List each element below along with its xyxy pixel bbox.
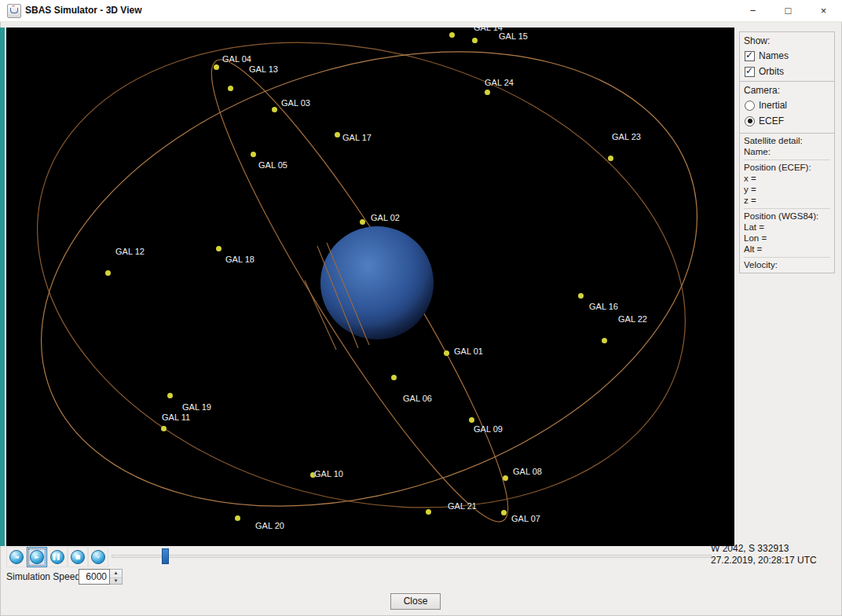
- detail-field-label: Lon =: [744, 233, 830, 244]
- satellite-dot[interactable]: [235, 515, 240, 521]
- checkbox-orbits[interactable]: Orbits: [745, 66, 830, 77]
- satellite-label: GAL 01: [454, 346, 483, 356]
- satellite-dot[interactable]: [503, 475, 508, 481]
- satellite-dot[interactable]: [360, 219, 365, 225]
- checkbox-icon[interactable]: [745, 51, 755, 61]
- detail-field-label: x =: [744, 173, 830, 184]
- canvas-accent-strip: [0, 28, 5, 546]
- close-window-button[interactable]: ×: [806, 0, 841, 21]
- play-button[interactable]: ►: [27, 547, 47, 567]
- satellite-label: GAL 10: [314, 469, 343, 478]
- spinner-buttons: ▲ ▼: [110, 569, 123, 585]
- radio-label: ECEF: [759, 116, 784, 126]
- time-slider-track[interactable]: [112, 555, 712, 558]
- time-slider-handle[interactable]: [162, 548, 169, 564]
- stop-button[interactable]: ■: [68, 547, 88, 567]
- satellite-label: GAL 17: [342, 133, 372, 142]
- satellite-dot[interactable]: [272, 107, 277, 112]
- satellite-dot[interactable]: [578, 293, 584, 299]
- play-backward-button[interactable]: ◄: [6, 547, 27, 567]
- satellite-dot[interactable]: [469, 417, 474, 423]
- satellite-dot[interactable]: [391, 375, 397, 380]
- radio-icon[interactable]: [745, 101, 755, 111]
- detail-section: Satellite detail:Name:: [744, 134, 830, 160]
- satellite-dot[interactable]: [105, 270, 111, 276]
- orbit-3d-canvas[interactable]: GAL 14GAL 15GAL 04GAL 13GAL 24GAL 03GAL …: [6, 28, 734, 546]
- satellite-label: GAL 03: [281, 98, 310, 108]
- spinner-down-icon[interactable]: ▼: [110, 578, 122, 585]
- satellite-dot[interactable]: [335, 132, 340, 138]
- radio-icon[interactable]: [745, 116, 755, 126]
- camera-group: Camera: InertialECEF: [739, 81, 835, 134]
- satellite-label: GAL 11: [162, 412, 190, 422]
- satellite-label: GAL 02: [371, 213, 400, 222]
- detail-field-label: Alt =: [744, 244, 830, 255]
- camera-group-label: Camera:: [744, 85, 830, 96]
- maximize-button[interactable]: □: [771, 0, 806, 21]
- detail-section: Velocity:: [744, 258, 830, 273]
- show-group: Show: NamesOrbits: [739, 31, 835, 85]
- pause-icon: ▌▌: [50, 550, 64, 564]
- detail-field-label: y =: [744, 184, 830, 195]
- satellite-detail-group: Satellite detail:Name:Position (ECEF):x …: [739, 133, 835, 273]
- orbits-svg: [6, 28, 734, 546]
- detail-field-label: Position (ECEF):: [744, 162, 830, 173]
- satellite-label: GAL 04: [222, 54, 251, 64]
- satellite-dot[interactable]: [167, 393, 173, 398]
- satellite-dot[interactable]: [501, 510, 507, 515]
- satellite-dot[interactable]: [161, 426, 167, 431]
- satellite-label: GAL 22: [618, 314, 647, 324]
- checkbox-label: Orbits: [759, 66, 784, 77]
- satellite-label: GAL 07: [511, 514, 540, 523]
- satellite-label: GAL 24: [485, 78, 514, 87]
- close-button[interactable]: Close: [390, 593, 441, 610]
- radio-ecef[interactable]: ECEF: [745, 116, 830, 126]
- detail-field-label: z =: [744, 195, 830, 206]
- detail-field-label: Position (WGS84):: [744, 211, 830, 222]
- checkbox-label: Names: [759, 50, 789, 61]
- title-bar: SBAS Simulator - 3D View − □ ×: [0, 0, 842, 22]
- satellite-dot[interactable]: [449, 32, 455, 38]
- satellite-dot[interactable]: [251, 152, 256, 157]
- satellite-label: GAL 23: [612, 132, 641, 141]
- checkbox-names[interactable]: Names: [745, 50, 830, 61]
- sbas-simulator-window: { "window": { "title": "SBAS Simulator -…: [0, 0, 842, 616]
- window-title: SBAS Simulator - 3D View: [25, 5, 141, 16]
- simulation-datetime: 27.2.2019, 20:28:17 UTC: [711, 555, 838, 566]
- fast-forward-icon: »: [91, 550, 105, 564]
- satellite-dot[interactable]: [426, 509, 431, 515]
- simulation-speed-input[interactable]: 6000: [79, 569, 110, 585]
- render-stats: W 2042, S 332913: [711, 543, 838, 554]
- java-app-icon: [7, 4, 21, 18]
- satellite-label: GAL 09: [474, 424, 503, 434]
- satellite-dot[interactable]: [214, 64, 219, 70]
- detail-field-label: Name:: [744, 146, 830, 157]
- checkbox-icon[interactable]: [745, 67, 755, 77]
- satellite-label: GAL 05: [258, 160, 287, 170]
- radio-label: Inertial: [759, 100, 787, 111]
- satellite-label: GAL 13: [249, 64, 278, 74]
- satellite-dot[interactable]: [602, 338, 607, 343]
- pause-button[interactable]: ▌▌: [47, 547, 68, 567]
- stop-icon: ■: [71, 550, 85, 564]
- satellite-label: GAL 18: [225, 255, 254, 264]
- satellite-dot[interactable]: [444, 350, 449, 356]
- minimize-button[interactable]: −: [735, 0, 771, 21]
- satellite-label: GAL 16: [589, 302, 618, 311]
- satellite-dot[interactable]: [485, 90, 490, 95]
- radio-inertial[interactable]: Inertial: [745, 100, 830, 111]
- satellite-dot[interactable]: [472, 38, 478, 43]
- detail-section: Position (WGS84):Lat =Lon =Alt =: [744, 209, 830, 258]
- satellite-dot[interactable]: [228, 86, 233, 91]
- satellite-label: GAL 15: [499, 31, 528, 41]
- earth: [320, 226, 434, 339]
- satellite-label: GAL 08: [513, 467, 542, 476]
- satellite-dot[interactable]: [216, 246, 221, 251]
- satellite-dot[interactable]: [608, 156, 613, 161]
- fast-forward-button[interactable]: »: [88, 547, 108, 567]
- simulation-speed-label: Simulation Speed:: [6, 571, 82, 582]
- detail-field-label: Velocity:: [744, 259, 830, 270]
- satellite-label: GAL 12: [115, 247, 145, 256]
- simulation-speed-spinner: 6000 ▲ ▼: [79, 569, 123, 585]
- play-icon: ►: [30, 550, 44, 564]
